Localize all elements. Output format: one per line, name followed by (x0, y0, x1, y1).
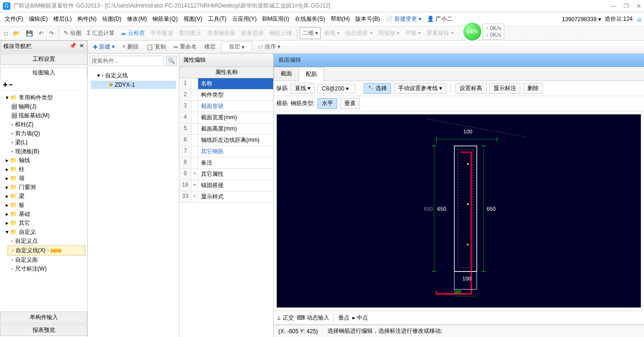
tree-custom-line[interactable]: ◦ 自定义线(X) ▫NEW (8, 246, 85, 255)
summary-button[interactable]: Σ 汇总计算 (85, 28, 117, 39)
tree-item[interactable]: ▫ 框柱(Z) (8, 120, 85, 129)
property-row[interactable]: 8备注 (179, 157, 273, 169)
search-input[interactable] (90, 56, 164, 66)
tree-item[interactable]: ▫ 梁(L) (8, 138, 85, 147)
zoom-button[interactable]: 局缩放 ▾ (376, 28, 402, 39)
undo-button[interactable]: ↶ (36, 29, 46, 38)
component-item[interactable]: ✱ ZDYX-1 (91, 81, 176, 89)
tree-item[interactable]: ▫ 现浇板(B) (8, 147, 85, 156)
menu-cloud[interactable]: 云应用(Y) (229, 13, 259, 25)
draw-button[interactable]: ✎ 绘图 (61, 28, 84, 39)
property-row[interactable]: 1名称 (179, 78, 273, 90)
delete-rebar-button[interactable]: 删除 (523, 83, 543, 94)
report-preview-button[interactable]: 报表预览 (0, 324, 87, 336)
new-change-button[interactable]: 📄 新建变更 ▾ (383, 13, 424, 25)
close-panel-icon[interactable]: ✕ (79, 42, 84, 50)
menu-edit[interactable]: 编辑(E) (26, 13, 50, 25)
copy-button[interactable]: 📋 复制 (144, 41, 168, 52)
new-file-button[interactable]: □ (2, 29, 10, 38)
find-element-button[interactable]: 查找图元 (176, 28, 204, 39)
redo-button[interactable]: ↷ (47, 29, 56, 38)
property-row[interactable]: 18+锚固搭接 (179, 180, 273, 191)
tab-project-settings[interactable]: 工程设置 (0, 53, 87, 65)
slab-align-button[interactable]: 平齐板顶 (148, 28, 176, 39)
property-row[interactable]: 7其它钢筋 (179, 146, 273, 157)
user-button[interactable]: 👤 广小二 (424, 13, 455, 25)
menu-view[interactable]: 视图(V) (181, 13, 205, 25)
tab-draw-input[interactable]: 绘图输入 (0, 67, 87, 79)
property-row[interactable]: 9+其它属性 (179, 169, 273, 180)
ortho-button[interactable]: ⊥ 正交 (276, 314, 294, 322)
rotate-button[interactable]: 屏幕旋转 ▾ (424, 28, 456, 39)
menu-online[interactable]: 在线服务(S) (292, 13, 328, 25)
new-button[interactable]: ✚ 新建 ▾ (91, 41, 117, 52)
menu-help[interactable]: 帮助(H) (328, 13, 353, 25)
drawing-canvas[interactable]: 100 650 650 650 100 (276, 114, 641, 308)
rebar-spec-dropdown[interactable]: C8@200 ▾ (318, 84, 355, 93)
select-button[interactable]: ↖ 选择 (364, 83, 391, 94)
batch-select-button[interactable]: 批量选择 (239, 28, 266, 39)
floor-dropdown[interactable]: 首层 ▾ (221, 41, 252, 52)
reference-line-button[interactable]: 手动设置参考线 ▾ (394, 83, 446, 94)
pan-button[interactable]: 平移 ▾ (403, 28, 423, 39)
tree-cat[interactable]: ▸ 📁 其它 (2, 219, 85, 228)
phone-label[interactable]: 13907298339 ▾ (562, 16, 601, 23)
tree-cat[interactable]: ▸ 📁 轴线 (2, 156, 85, 165)
tree-cat[interactable]: ▸ 📁 柱 (2, 165, 85, 174)
horizontal-button[interactable]: 水平 (318, 98, 337, 109)
close-button[interactable]: ✕ (636, 3, 641, 9)
property-row[interactable]: 2构件类型 (179, 90, 273, 101)
top-view-button[interactable]: 俯视 ▾ (322, 28, 342, 39)
tree-cat[interactable]: ▸ 📁 基础 (2, 210, 85, 219)
menu-rebar[interactable]: 钢筋量(Q) (150, 13, 180, 25)
menu-version[interactable]: 版本号(B) (352, 13, 383, 25)
cloud-check-button[interactable]: ☁ 云检查 (118, 28, 147, 39)
tab-rebar[interactable]: 配筋 (299, 67, 324, 81)
menu-draw[interactable]: 绘图(D) (100, 13, 125, 25)
component-root[interactable]: ▾ ▫ 自定义线 (91, 71, 176, 81)
speed-icon[interactable]: 64% (462, 22, 482, 41)
tab-section[interactable]: 截面 (274, 67, 299, 81)
perpendicular-snap-button[interactable]: 垂点 (338, 314, 350, 322)
delete-button[interactable]: × 删除 (120, 41, 141, 52)
view-rebar-button[interactable]: 查看钢筋量 (205, 28, 238, 39)
single-component-button[interactable]: 单构件输入 (0, 312, 87, 323)
tree-cat[interactable]: ▸ 📁 梁 (2, 192, 85, 201)
dynamic-input-button[interactable]: ⌨ 动态输入 (297, 314, 329, 322)
tree-item[interactable]: ▫ 剪力墙(Q) (8, 129, 85, 138)
elevation-button[interactable]: 设置标高 (455, 83, 486, 94)
maximize-button[interactable]: ❐ (624, 3, 629, 9)
property-row[interactable]: 4截面宽度(mm) (179, 112, 273, 123)
open-file-button[interactable]: 📂 (11, 29, 23, 38)
tree-cat[interactable]: ▸ 📁 门窗洞 (2, 183, 85, 192)
menu-file[interactable]: 文件(F) (2, 13, 26, 25)
orbit-button[interactable]: 动态观察 ▾ (343, 28, 375, 39)
property-row[interactable]: 6轴线距左边线距离(mm) (179, 135, 273, 146)
vertical-button[interactable]: 垂直 (340, 98, 360, 109)
tree-root[interactable]: ▾ 📁 常用构件类型 (2, 93, 85, 102)
line-dropdown[interactable]: 直线 ▾ (291, 83, 315, 94)
tree-custom-item[interactable]: ◦ 自定义面 (8, 255, 85, 264)
tree-item[interactable]: ▦ 轴网(J) (8, 102, 85, 111)
show-label-button[interactable]: 显示标注 (489, 83, 520, 94)
tree-cat[interactable]: ▸ 📁 板 (2, 201, 85, 210)
tree-item[interactable]: ▦ 筏板基础(M) (8, 111, 85, 120)
property-row[interactable]: 3截面形状 (179, 101, 273, 112)
sort-button[interactable]: ↓↑ 排序 ▾ (255, 41, 283, 52)
menu-floor[interactable]: 楼层(L) (50, 13, 75, 25)
view-mode-dropdown[interactable]: 二维 ▾ (300, 27, 321, 39)
menu-bim[interactable]: BIM应用(I) (259, 13, 292, 25)
tree-cat[interactable]: ▸ 📁 墙 (2, 174, 85, 183)
tree-custom-item[interactable]: ◦ 自定义点 (8, 237, 85, 246)
search-button[interactable]: 🔍 (166, 56, 177, 66)
tree-custom-root[interactable]: ▾ 📁 自定义 (2, 228, 85, 237)
save-file-button[interactable]: 💾 (24, 29, 35, 38)
property-row[interactable]: 5截面高度(mm) (179, 123, 273, 135)
tree-custom-item[interactable]: ◦ 尺寸标注(W) (8, 264, 85, 273)
property-row[interactable]: 33+显示样式 (179, 191, 273, 203)
rename-button[interactable]: ✏ 重命名 (171, 41, 199, 52)
minimize-button[interactable]: — (611, 3, 616, 9)
pin-icon[interactable]: 📌 (69, 42, 76, 50)
menu-tools[interactable]: 工具(T) (205, 13, 229, 25)
rebar-3d-button[interactable]: 钢筋三维 (267, 28, 294, 39)
